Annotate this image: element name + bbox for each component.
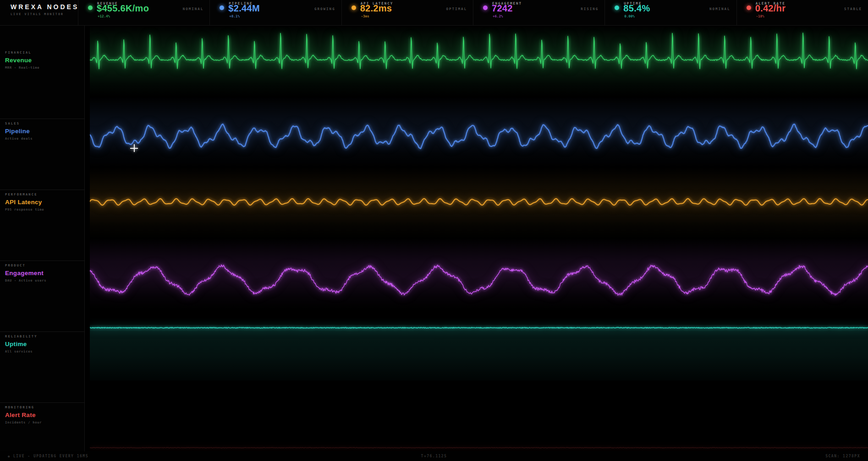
metric-value: $2.44M xyxy=(228,3,260,14)
metric-delta: 0.00% xyxy=(624,14,635,18)
waveform-canvas[interactable] xyxy=(90,26,868,451)
live-dot-icon: ● xyxy=(8,455,11,458)
section-label: PRODUCT xyxy=(5,264,81,267)
scan-readout: SCAN: 1278PX xyxy=(576,454,860,458)
metric-status: NOMINAL xyxy=(709,7,731,11)
metric-delta: -18% xyxy=(756,14,764,18)
app-subtitle: LIVE VITALS MONITOR xyxy=(11,12,78,16)
channel-title: Engagement xyxy=(5,270,81,277)
status-dot-icon xyxy=(747,5,751,10)
section-label: MONITORING xyxy=(5,406,81,409)
live-status: ●LIVE - UPDATING EVERY 16MS xyxy=(8,454,292,458)
waveform-row-api-latency[interactable] xyxy=(90,168,868,239)
sidebar: FINANCIAL Revenue MRR - Real-time SALES … xyxy=(0,26,85,451)
status-bar: ●LIVE - UPDATING EVERY 16MS T+76.112S SC… xyxy=(0,451,868,461)
status-dot-icon xyxy=(483,5,488,10)
app-title: WREXA NODES xyxy=(11,3,78,11)
metric-value: $455.6K/mo xyxy=(97,3,149,14)
metric-value: 82.2ms xyxy=(360,3,392,14)
section-label: FINANCIAL xyxy=(5,51,81,54)
live-status-label: LIVE - UPDATING EVERY 16MS xyxy=(13,454,88,458)
metric-status: STABLE xyxy=(844,7,862,11)
metric-delta: +6.2% xyxy=(493,14,503,18)
channel-title: API Latency xyxy=(5,199,81,206)
top-bar: WREXA NODES LIVE VITALS MONITOR REVENUE … xyxy=(0,0,868,26)
revenue-ekg-waveform xyxy=(90,26,868,97)
sidebar-item-pipeline: SALES Pipeline Active deals xyxy=(0,97,84,168)
section-label: SALES xyxy=(5,122,81,125)
channel-title: Alert Rate xyxy=(5,412,81,418)
uptime-waveform xyxy=(90,309,868,380)
channel-title: Revenue xyxy=(5,57,81,64)
api-latency-waveform xyxy=(90,168,868,239)
channel-subtitle: DAU - Active users xyxy=(5,279,81,282)
metric-value: 85.4% xyxy=(623,3,650,14)
sidebar-item-revenue: FINANCIAL Revenue MRR - Real-time xyxy=(0,26,84,97)
metric-value: 0.42/hr xyxy=(755,3,786,14)
metric-status: RISING xyxy=(581,7,599,11)
waveform-row-uptime[interactable] xyxy=(90,309,868,380)
metric-alert-rate: ALERT RATE 0.42/hr -18% STABLE xyxy=(736,0,868,25)
waveform-row-alert-rate[interactable] xyxy=(90,380,868,451)
metric-api-latency: API LATENCY 82.2ms -3ms OPTIMAL xyxy=(341,0,473,25)
channel-subtitle: Active deals xyxy=(5,137,81,141)
metric-delta: -3ms xyxy=(361,14,369,18)
metric-uptime: UPTIME 85.4% 0.00% NOMINAL xyxy=(604,0,736,25)
channel-subtitle: Incidents / hour xyxy=(5,421,81,424)
main-area: FINANCIAL Revenue MRR - Real-time SALES … xyxy=(0,26,868,451)
metric-engagement: ENGAGEMENT 7242 +6.2% RISING xyxy=(473,0,604,25)
section-label: RELIABILITY xyxy=(5,335,81,338)
app-logo: WREXA NODES LIVE VITALS MONITOR xyxy=(0,0,78,25)
sidebar-item-api-latency: PERFORMANCE API Latency P95 response tim… xyxy=(0,168,84,239)
metric-status: GROWING xyxy=(314,7,335,11)
pipeline-waveform xyxy=(90,97,868,168)
waveform-row-engagement[interactable] xyxy=(90,239,868,309)
alert-rate-waveform xyxy=(90,380,868,451)
metric-status: NOMINAL xyxy=(183,7,204,11)
waveform-row-revenue[interactable] xyxy=(90,26,868,97)
section-label: PERFORMANCE xyxy=(5,193,81,196)
status-dot-icon xyxy=(88,5,93,10)
waveform-row-pipeline[interactable] xyxy=(90,97,868,168)
metric-pipeline: PIPELINE $2.44M +8.1% GROWING xyxy=(209,0,341,25)
status-dot-icon xyxy=(352,5,356,10)
channel-subtitle: All services xyxy=(5,350,81,353)
sidebar-item-engagement: PRODUCT Engagement DAU - Active users xyxy=(0,239,84,309)
channel-subtitle: P95 response time xyxy=(5,208,81,212)
metric-value: 7242 xyxy=(492,3,513,14)
channel-title: Pipeline xyxy=(5,128,81,135)
channel-title: Uptime xyxy=(5,341,81,347)
metric-revenue: REVENUE $455.6K/mo +12.4% NOMINAL xyxy=(78,0,209,25)
channel-subtitle: MRR - Real-time xyxy=(5,66,81,70)
metric-delta: +12.4% xyxy=(98,14,110,18)
status-dot-icon xyxy=(220,5,224,10)
metric-status: OPTIMAL xyxy=(446,7,467,11)
status-dot-icon xyxy=(615,5,619,10)
metric-delta: +8.1% xyxy=(229,14,240,18)
session-timer: T+76.112S xyxy=(292,454,576,458)
sidebar-item-alert-rate: MONITORING Alert Rate Incidents / hour xyxy=(0,380,84,451)
sidebar-item-uptime: RELIABILITY Uptime All services xyxy=(0,309,84,380)
engagement-waveform xyxy=(90,239,868,309)
